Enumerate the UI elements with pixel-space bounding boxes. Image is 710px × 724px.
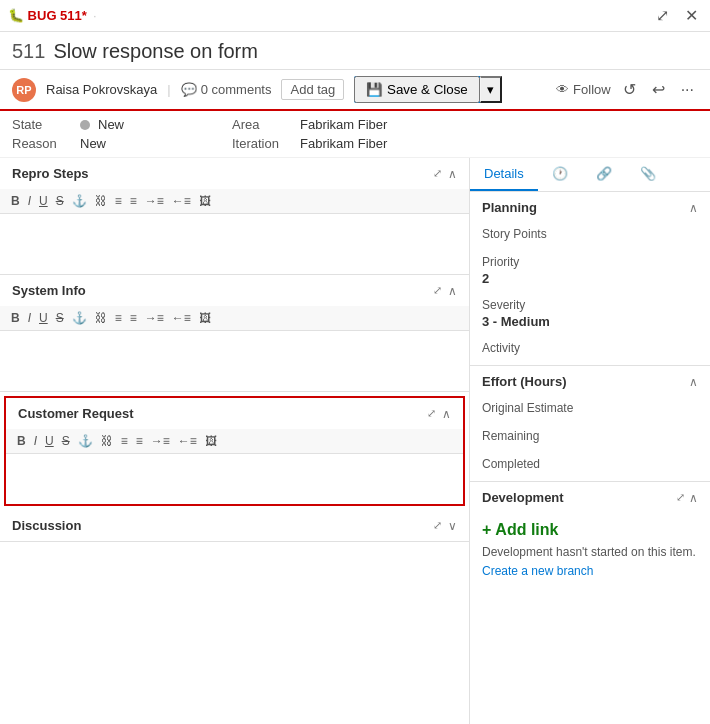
repro-steps-controls: ⤢ ∧ bbox=[433, 167, 457, 181]
system-info-title: System Info bbox=[12, 283, 86, 298]
undo-button[interactable]: ↩ bbox=[648, 78, 669, 101]
more-button[interactable]: ··· bbox=[677, 79, 698, 101]
discussion-controls: ⤢ ∨ bbox=[433, 519, 457, 533]
discussion-header[interactable]: Discussion ⤢ ∨ bbox=[0, 510, 469, 541]
close-button[interactable]: ✕ bbox=[681, 4, 702, 27]
si-link-button[interactable]: ⚓ bbox=[69, 310, 90, 326]
planning-collapse-icon[interactable]: ∧ bbox=[689, 201, 698, 215]
reason-value[interactable]: New bbox=[80, 136, 106, 151]
avatar: RP bbox=[12, 78, 36, 102]
si-italic-button[interactable]: I bbox=[25, 310, 34, 326]
collapse-icon[interactable]: ∧ bbox=[448, 167, 457, 181]
expand-button[interactable]: ⤢ bbox=[652, 4, 673, 27]
add-link-label: Add link bbox=[495, 521, 558, 539]
effort-collapse-icon[interactable]: ∧ bbox=[689, 375, 698, 389]
strikethrough-button[interactable]: S bbox=[53, 193, 67, 209]
severity-value[interactable]: 3 - Medium bbox=[482, 314, 698, 329]
tab-attachments[interactable]: 📎 bbox=[626, 158, 670, 191]
cr-underline-button[interactable]: U bbox=[42, 433, 57, 449]
link-button[interactable]: ⚓ bbox=[69, 193, 90, 209]
si-unlink-button[interactable]: ⛓ bbox=[92, 310, 110, 326]
si-bold-button[interactable]: B bbox=[8, 310, 23, 326]
priority-field: Priority 2 bbox=[470, 251, 710, 294]
save-close-label: Save & Close bbox=[387, 82, 468, 97]
comments-button[interactable]: 💬 0 comments bbox=[181, 82, 272, 97]
customer-request-controls: ⤢ ∧ bbox=[427, 407, 451, 421]
si-outdent-button[interactable]: ←≡ bbox=[169, 310, 194, 326]
list-button[interactable]: ≡ bbox=[112, 193, 125, 209]
repro-steps-header[interactable]: Repro Steps ⤢ ∧ bbox=[0, 158, 469, 189]
customer-request-header[interactable]: Customer Request ⤢ ∧ bbox=[6, 398, 463, 429]
cr-ordered-list-button[interactable]: ≡ bbox=[133, 433, 146, 449]
indent-button[interactable]: →≡ bbox=[142, 193, 167, 209]
dev-collapse-icon[interactable]: ∧ bbox=[689, 491, 698, 505]
customer-request-editor[interactable] bbox=[6, 454, 463, 504]
disc-collapse-icon[interactable]: ∨ bbox=[448, 519, 457, 533]
outdent-button[interactable]: ←≡ bbox=[169, 193, 194, 209]
cr-image-button[interactable]: 🖼 bbox=[202, 433, 220, 449]
system-info-editor-toolbar: B I U S ⚓ ⛓ ≡ ≡ →≡ ←≡ 🖼 bbox=[0, 306, 469, 331]
effort-header[interactable]: Effort (Hours) ∧ bbox=[470, 366, 710, 397]
iteration-value[interactable]: Fabrikam Fiber bbox=[300, 136, 387, 151]
italic-button[interactable]: I bbox=[25, 193, 34, 209]
story-points-label: Story Points bbox=[482, 227, 698, 241]
system-info-collapse-icon[interactable]: ∧ bbox=[448, 284, 457, 298]
cr-italic-button[interactable]: I bbox=[31, 433, 40, 449]
image-button[interactable]: 🖼 bbox=[196, 193, 214, 209]
customer-request-editor-toolbar: B I U S ⚓ ⛓ ≡ ≡ →≡ ←≡ 🖼 bbox=[6, 429, 463, 454]
save-close-button[interactable]: 💾 Save & Close bbox=[354, 76, 479, 103]
completed-label: Completed bbox=[482, 457, 698, 471]
system-info-expand-icon: ⤢ bbox=[433, 284, 442, 297]
cr-list-button[interactable]: ≡ bbox=[118, 433, 131, 449]
si-ordered-list-button[interactable]: ≡ bbox=[127, 310, 140, 326]
si-underline-button[interactable]: U bbox=[36, 310, 51, 326]
bug-number: 511 bbox=[12, 40, 45, 63]
system-info-header[interactable]: System Info ⤢ ∧ bbox=[0, 275, 469, 306]
customer-request-section: Customer Request ⤢ ∧ B I U S ⚓ ⛓ ≡ ≡ →≡ … bbox=[4, 396, 465, 506]
bold-button[interactable]: B bbox=[8, 193, 23, 209]
development-section: Development ⤢ ∧ + Add link Development h… bbox=[470, 481, 710, 586]
left-panel: Repro Steps ⤢ ∧ B I U S ⚓ ⛓ ≡ ≡ →≡ ←≡ 🖼 bbox=[0, 158, 470, 724]
bug-label: 🐛 BUG 511* bbox=[8, 8, 87, 23]
cr-indent-button[interactable]: →≡ bbox=[148, 433, 173, 449]
create-branch-link[interactable]: Create a new branch bbox=[482, 564, 593, 578]
refresh-button[interactable]: ↺ bbox=[619, 78, 640, 101]
si-image-button[interactable]: 🖼 bbox=[196, 310, 214, 326]
add-link-button[interactable]: + Add link bbox=[482, 521, 698, 539]
cr-bold-button[interactable]: B bbox=[14, 433, 29, 449]
system-info-editor[interactable] bbox=[0, 331, 469, 391]
cr-strikethrough-button[interactable]: S bbox=[59, 433, 73, 449]
area-value[interactable]: Fabrikam Fiber bbox=[300, 117, 387, 132]
ordered-list-button[interactable]: ≡ bbox=[127, 193, 140, 209]
save-icon: 💾 bbox=[366, 82, 383, 97]
follow-button[interactable]: 👁 Follow bbox=[556, 82, 611, 97]
priority-value[interactable]: 2 bbox=[482, 271, 698, 286]
tab-details[interactable]: Details bbox=[470, 158, 538, 191]
tab-attachments-icon: 📎 bbox=[640, 166, 656, 181]
si-list-button[interactable]: ≡ bbox=[112, 310, 125, 326]
effort-title: Effort (Hours) bbox=[482, 374, 567, 389]
tab-links[interactable]: 🔗 bbox=[582, 158, 626, 191]
repro-steps-editor[interactable] bbox=[0, 214, 469, 274]
cr-collapse-icon[interactable]: ∧ bbox=[442, 407, 451, 421]
cr-unlink-button[interactable]: ⛓ bbox=[98, 433, 116, 449]
si-strikethrough-button[interactable]: S bbox=[53, 310, 67, 326]
cr-link-button[interactable]: ⚓ bbox=[75, 433, 96, 449]
discussion-title: Discussion bbox=[12, 518, 81, 533]
cr-outdent-button[interactable]: ←≡ bbox=[175, 433, 200, 449]
planning-header[interactable]: Planning ∧ bbox=[470, 192, 710, 223]
si-indent-button[interactable]: →≡ bbox=[142, 310, 167, 326]
development-header[interactable]: Development ⤢ ∧ bbox=[470, 482, 710, 513]
severity-field: Severity 3 - Medium bbox=[470, 294, 710, 337]
state-value[interactable]: New bbox=[98, 117, 124, 132]
underline-button[interactable]: U bbox=[36, 193, 51, 209]
dev-status-text: Development hasn't started on this item. bbox=[482, 545, 698, 559]
save-close-dropdown[interactable]: ▾ bbox=[480, 76, 502, 103]
unlink-button[interactable]: ⛓ bbox=[92, 193, 110, 209]
tab-history[interactable]: 🕐 bbox=[538, 158, 582, 191]
iteration-item: Iteration Fabrikam Fiber bbox=[232, 136, 432, 151]
meta-row: State New Reason New Area Fabrikam Fiber… bbox=[0, 111, 710, 158]
development-body: + Add link Development hasn't started on… bbox=[470, 513, 710, 586]
area-label: Area bbox=[232, 117, 292, 132]
add-tag-button[interactable]: Add tag bbox=[281, 79, 344, 100]
